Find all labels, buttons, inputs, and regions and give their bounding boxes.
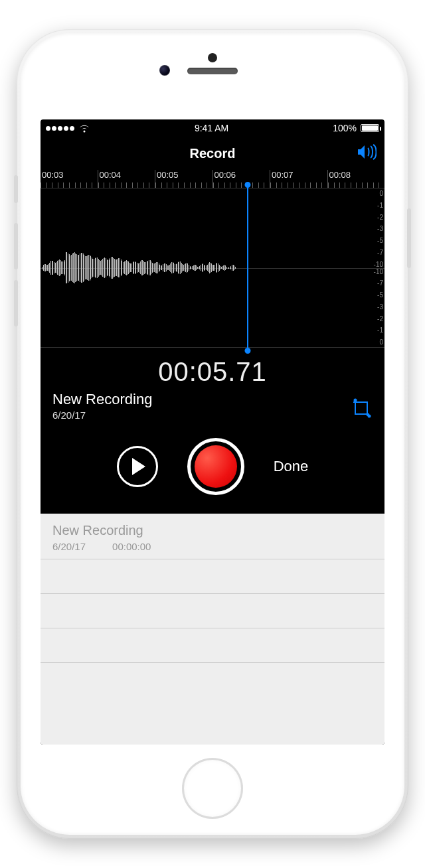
list-item-title: New Recording [52, 523, 373, 538]
proximity-sensor [208, 53, 217, 62]
list-rule [41, 594, 384, 628]
status-bar: 9:41 AM 100% [41, 119, 384, 137]
trim-icon [351, 398, 371, 418]
play-icon [132, 458, 145, 475]
nav-title: Record [190, 146, 236, 161]
tick-label: 00:08 [329, 170, 351, 180]
volume-up-button [14, 223, 18, 269]
waveform [42, 188, 365, 347]
play-button[interactable] [117, 446, 158, 487]
tick-label: 00:07 [272, 170, 294, 180]
db-scale: 0-1-2-3-5-7-10 0-1-2-3-5-7-10 [374, 190, 383, 346]
list-rule [41, 628, 384, 663]
battery-pct: 100% [333, 123, 357, 133]
list-item-duration: 00:00:00 [112, 541, 151, 552]
controls: Done [41, 426, 384, 514]
svg-point-1 [368, 415, 371, 418]
tick-label: 00:06 [214, 170, 236, 180]
timer: 00:05.71 [52, 357, 373, 387]
recording-info: 00:05.71 New Recording 6/20/17 [41, 348, 384, 426]
signal-dots-icon [46, 126, 74, 131]
recording-date: 6/20/17 [52, 409, 373, 421]
nav-bar: Record [41, 137, 384, 170]
tick-label: 00:04 [100, 170, 122, 180]
waveform-area[interactable]: 0-1-2-3-5-7-10 0-1-2-3-5-7-10 [41, 188, 384, 348]
wifi-icon [78, 124, 90, 133]
home-button[interactable] [182, 758, 243, 819]
recording-name: New Recording [52, 391, 373, 408]
earpiece [187, 68, 238, 74]
done-button[interactable]: Done [274, 458, 309, 475]
status-time: 9:41 AM [195, 123, 228, 133]
tick-label: 00:05 [157, 170, 179, 180]
front-camera [159, 65, 170, 76]
list-item[interactable]: New Recording 6/20/17 00:00:00 [41, 514, 384, 559]
mute-switch [14, 175, 18, 203]
speaker-button[interactable] [357, 144, 377, 163]
list-item-date: 6/20/17 [52, 541, 86, 552]
svg-point-0 [354, 399, 357, 402]
battery-icon [361, 124, 379, 132]
playhead[interactable] [247, 184, 248, 351]
trim-button[interactable] [351, 398, 371, 421]
recordings-list[interactable]: New Recording 6/20/17 00:00:00 [41, 514, 384, 745]
volume-down-button [14, 280, 18, 326]
screen: 9:41 AM 100% Record [41, 119, 384, 745]
list-rule [41, 559, 384, 594]
tick-label: 00:03 [42, 170, 64, 180]
record-icon [195, 445, 237, 488]
record-button[interactable] [187, 438, 244, 495]
iphone-frame: 9:41 AM 100% Record [17, 29, 408, 839]
timeline-ruler[interactable]: 00:03 00:04 00:05 00:06 00:07 00:08 [41, 170, 384, 188]
speaker-icon [357, 144, 377, 160]
power-button [407, 208, 411, 268]
